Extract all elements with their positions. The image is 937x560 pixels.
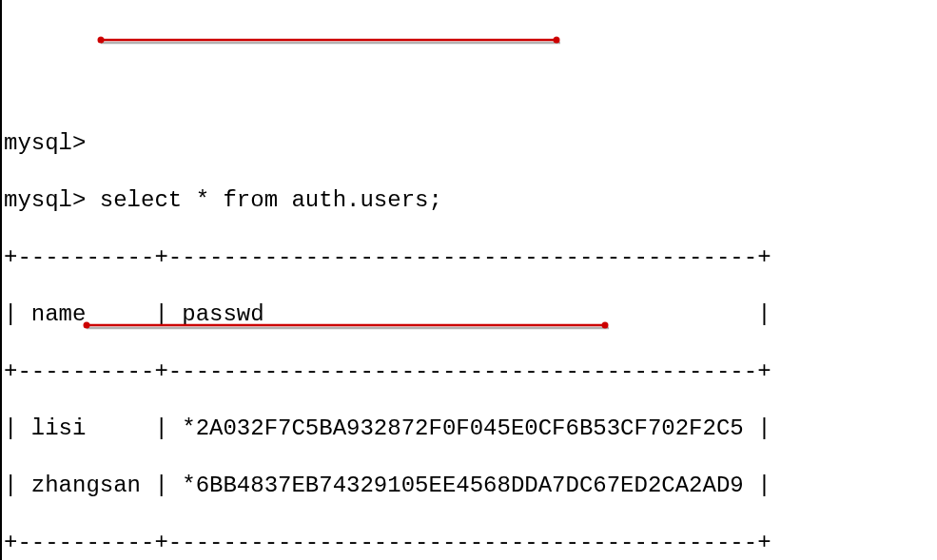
- table1-border-top: +----------+----------------------------…: [4, 243, 935, 272]
- table1-header: | name | passwd |: [4, 300, 935, 329]
- table1-row-2: | zhangsan | *6BB4837EB74329105EE4568DDA…: [4, 472, 935, 500]
- table1-row-1: | lisi | *2A032F7C5BA932872F0F045E0CF6B5…: [4, 415, 935, 443]
- prompt-fragment: mysql>: [4, 129, 935, 158]
- underline-annotation-1: [97, 36, 573, 48]
- query1-command-line[interactable]: mysql> select * from auth.users;: [4, 186, 935, 215]
- svg-point-3: [554, 37, 560, 44]
- terminal-output: mysql> mysql> select * from auth.users; …: [2, 114, 937, 560]
- table1-border-bottom: +----------+----------------------------…: [4, 529, 935, 557]
- svg-point-2: [98, 37, 105, 44]
- table1-border-mid: +----------+----------------------------…: [4, 357, 935, 386]
